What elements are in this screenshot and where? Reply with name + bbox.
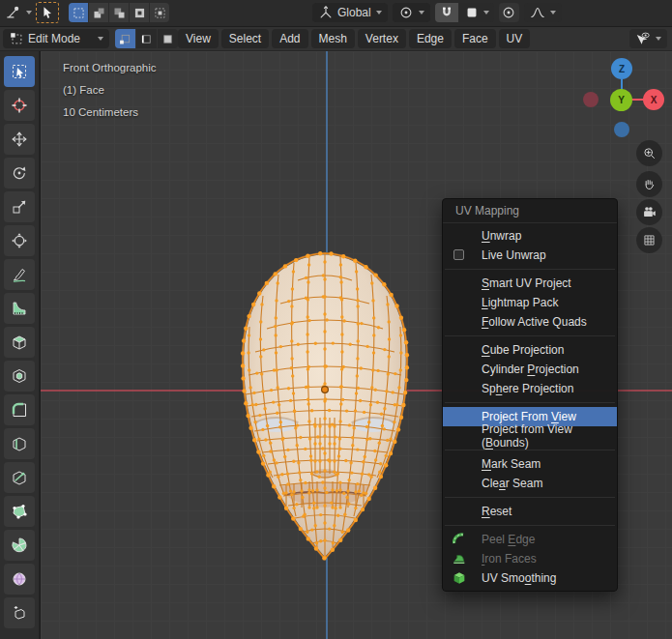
menu-uv[interactable]: UV	[499, 29, 531, 48]
navigation-gizmo[interactable]: Z Y X	[563, 51, 672, 148]
menu-item-lightmap-pack[interactable]: Lightmap Pack	[443, 293, 617, 312]
knife-icon	[11, 469, 28, 486]
menu-view[interactable]: View	[178, 29, 219, 48]
menu-item-cube-projection[interactable]: Cube Projection	[443, 340, 617, 360]
tool-select-box[interactable]	[4, 56, 35, 87]
toolbar	[0, 51, 40, 639]
nav-toggle-ortho-button[interactable]	[636, 227, 662, 253]
viewport-menubar: ViewSelectAddMeshVertexEdgeFaceUV	[178, 29, 533, 48]
menu-item-sphere-projection[interactable]: Sphere Projection	[443, 379, 617, 398]
menu-item-live-unwrap[interactable]: Live Unwrap	[443, 246, 617, 265]
menu-item-label: Reset	[482, 505, 511, 518]
tool-transform[interactable]	[4, 225, 35, 256]
gizmo-neg-z-ball[interactable]	[614, 122, 629, 137]
menu-item-unwrap[interactable]: Unwrap	[443, 226, 617, 246]
select-mode-extend[interactable]	[89, 3, 108, 22]
menu-item-label: Live Unwrap	[482, 248, 546, 262]
tool-poly-build[interactable]	[4, 496, 35, 527]
transform-settings-group: Global	[312, 3, 562, 22]
tool-measure[interactable]	[4, 293, 35, 324]
menu-face[interactable]: Face	[454, 29, 496, 48]
snap-toggle-button[interactable]	[435, 3, 458, 22]
select-arrow-icon	[40, 5, 55, 20]
annotate-icon	[11, 266, 28, 283]
falloff-curve-icon	[530, 5, 545, 20]
select-mode-invert[interactable]	[130, 3, 149, 22]
vertex-select-button[interactable]	[115, 29, 135, 48]
tool-rotate[interactable]	[4, 158, 35, 189]
menu-edge[interactable]: Edge	[409, 29, 452, 48]
menu-item-mark-seam[interactable]: Mark Seam	[443, 454, 617, 474]
editor-type-dropdown[interactable]	[4, 3, 34, 22]
gizmo-y-ball[interactable]: Y	[610, 89, 632, 111]
select-mode-intersect[interactable]	[150, 3, 169, 22]
tool-extrude-region[interactable]	[4, 327, 35, 358]
edit-mode-icon	[9, 31, 24, 46]
edit-mode-icon	[9, 31, 24, 46]
tool-move[interactable]	[4, 124, 35, 155]
checkbox[interactable]	[453, 249, 464, 260]
tool-edge-slide[interactable]	[4, 597, 35, 628]
tool-cursor[interactable]	[4, 90, 35, 121]
menu-item-uv-smoothing[interactable]: UV Smoothing	[443, 568, 617, 588]
menu-item-reset[interactable]: Reset	[443, 502, 617, 521]
orientation-icon	[318, 5, 334, 20]
proportional-editing-button[interactable]	[499, 3, 519, 22]
uv-mapping-menu: UV Mapping UnwrapLive UnwrapSmart UV Pro…	[442, 198, 618, 592]
face-select-button[interactable]	[158, 29, 178, 48]
menu-item-iron-faces[interactable]: Iron Faces	[443, 549, 617, 568]
scale-icon	[11, 198, 28, 216]
edge-select-button[interactable]	[136, 29, 157, 48]
uv-smoothing-icon	[452, 570, 467, 586]
select-mode-set[interactable]	[69, 3, 88, 22]
tool-scale[interactable]	[4, 191, 35, 222]
gizmo-z-ball[interactable]: Z	[611, 58, 632, 79]
menu-item-cylinder-projection[interactable]: Cylinder Projection	[443, 360, 617, 379]
menu-vertex[interactable]: Vertex	[358, 29, 406, 48]
tool-smooth[interactable]	[4, 564, 35, 595]
chevron-down-icon	[376, 11, 382, 15]
uv-smoothing-icon	[452, 570, 467, 586]
select-mode-subtract[interactable]	[109, 3, 129, 22]
bevel-icon	[11, 401, 28, 419]
pivot-dropdown[interactable]	[393, 3, 430, 22]
tool-bevel[interactable]	[4, 394, 35, 425]
tool-inset-faces[interactable]	[4, 361, 35, 392]
menu-item-clear-seam[interactable]: Clear Seam	[443, 474, 617, 493]
gizmo-x-ball[interactable]: X	[643, 89, 664, 110]
snap-to-dropdown[interactable]	[459, 3, 494, 22]
tool-annotate[interactable]	[4, 259, 35, 290]
gizmo-neg-x-ball[interactable]	[583, 92, 599, 107]
nav-camera-view-button[interactable]	[636, 199, 662, 225]
menu-item-label: Lightmap Pack	[482, 296, 558, 309]
active-tool-button[interactable]	[36, 2, 59, 23]
pivot-icon	[398, 5, 414, 20]
object-info-label: (1) Face	[63, 79, 157, 102]
nav-pan-button[interactable]	[636, 171, 662, 197]
menu-item-peel-edge[interactable]: Peel Edge	[443, 530, 617, 549]
falloff-dropdown[interactable]	[524, 3, 562, 22]
hand-icon	[642, 177, 657, 191]
measure-icon	[11, 300, 28, 317]
menu-item-smart-uv-project[interactable]: Smart UV Project	[443, 274, 617, 293]
tool-knife[interactable]	[4, 462, 35, 493]
menu-add[interactable]: Add	[272, 29, 307, 48]
face-select-icon	[161, 32, 175, 46]
tool-loop-cut[interactable]	[4, 428, 35, 459]
menu-select[interactable]: Select	[221, 29, 269, 48]
mode-dropdown[interactable]: Edit Mode	[3, 29, 109, 48]
menu-item-follow-active-quads[interactable]: Follow Active Quads	[443, 312, 617, 332]
tool-spin[interactable]	[4, 530, 35, 561]
pivot-icon	[398, 5, 414, 20]
inset-faces-icon	[11, 367, 28, 385]
visibility-dropdown[interactable]	[629, 29, 667, 48]
menu-item-project-from-view-bounds-[interactable]: Project from View (Bounds)	[443, 426, 617, 446]
peel-edge-icon	[452, 532, 467, 547]
menu-mesh[interactable]: Mesh	[311, 29, 355, 48]
orientation-dropdown[interactable]: Global	[312, 3, 388, 22]
viewport-header: Edit Mode ViewSelectAddMeshVertexEdgeFac…	[0, 27, 672, 51]
mode-extend-icon	[92, 6, 106, 20]
menu-item-label: Clear Seam	[482, 477, 542, 490]
menu-separator	[443, 446, 617, 454]
nav-zoom-button[interactable]	[636, 140, 662, 166]
